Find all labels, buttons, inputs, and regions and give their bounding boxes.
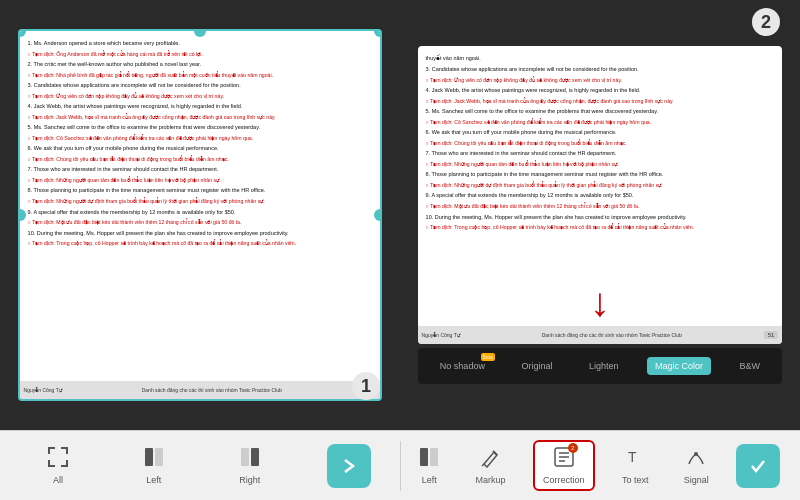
svg-text:T: T bbox=[628, 449, 637, 465]
doc-line-trans: ○ Tạm dịch: Ứng viên có đơn nộp không đầ… bbox=[426, 76, 775, 84]
svg-rect-4 bbox=[420, 448, 428, 466]
doc-line: 3. Candidates whose applications are inc… bbox=[28, 81, 373, 90]
svg-rect-5 bbox=[430, 448, 438, 466]
doc-line-trans: ○ Tạm dịch: Cô Sanchez sẽ đến văn phòng … bbox=[28, 134, 373, 142]
doc-line: 9. A special offer that extends the memb… bbox=[28, 208, 373, 217]
svg-line-6 bbox=[493, 451, 497, 455]
svg-line-7 bbox=[482, 464, 484, 466]
tool-left-right-label: Left bbox=[422, 475, 437, 485]
corner-handle-tr[interactable] bbox=[374, 29, 382, 37]
doc-line-trans: ○ Tạm dịch: Những người dự định tham gia… bbox=[28, 197, 373, 205]
doc-line-trans: ○ Tạm dịch: Một ưu đãi đặc biệt kéo dài … bbox=[28, 218, 373, 226]
doc-line: 10. During the meeting, Ms. Hopper will … bbox=[426, 213, 775, 222]
doc-line: 4. Jack Webb, the artist whose paintings… bbox=[28, 102, 373, 111]
tool-to-text[interactable]: T To text bbox=[614, 442, 657, 489]
filter-bw[interactable]: B&W bbox=[732, 357, 769, 375]
doc-line-trans: ○ Tạm dịch: Những người quan tâm đến buổ… bbox=[28, 176, 373, 184]
tool-left-label: Left bbox=[146, 475, 161, 485]
confirm-button[interactable] bbox=[736, 444, 780, 488]
tool-correction[interactable]: 2 Correction bbox=[533, 440, 595, 491]
next-arrow-button[interactable] bbox=[327, 444, 371, 488]
left-panel-number: 1 bbox=[352, 372, 380, 400]
filter-lighten[interactable]: Lighten bbox=[581, 357, 627, 375]
doc-line: 2. The critic met the well-known author … bbox=[28, 60, 373, 69]
left-doc-course: Danh sách đăng cho các thí sinh vào nhóm… bbox=[142, 387, 282, 393]
doc-line-trans: ○ Tạm dịch: Trong cuộc họp, cô Hopper sẽ… bbox=[28, 239, 373, 247]
doc-line-trans: ○ Tạm dịch: Ứng viên có đơn nộp không đầ… bbox=[28, 92, 373, 100]
corner-handle-mr[interactable] bbox=[374, 209, 382, 221]
left-icon bbox=[418, 446, 440, 473]
filter-original[interactable]: Original bbox=[513, 357, 560, 375]
doc-line: 7. Those who are interested in the semin… bbox=[426, 149, 775, 158]
right-doc-course: Danh sách đăng cho các thí sinh vào nhóm… bbox=[542, 332, 682, 338]
doc-line: 3. Candidates whose applications are inc… bbox=[426, 65, 775, 74]
doc-line-trans: ○ Tạm dịch: Những người dự định tham gia… bbox=[426, 181, 775, 189]
left-doc-text: 1. Ms. Anderson opened a store which bec… bbox=[20, 31, 381, 400]
left-layout-icon bbox=[143, 446, 165, 473]
left-panel: 1. Ms. Anderson opened a store which bec… bbox=[0, 0, 400, 430]
doc-line: 6. We ask that you turn off your mobile … bbox=[28, 144, 373, 153]
doc-line-trans: ○ Tạm dịch: Nhà phê bình đã gặp tác giả … bbox=[28, 71, 373, 79]
right-page-number: 51 bbox=[764, 331, 779, 339]
right-panel: 2 thuyết vào năm ngoái. 3. Candidates wh… bbox=[400, 0, 800, 430]
tool-all-label: All bbox=[53, 475, 63, 485]
doc-line: 6. We ask that you turn off your mobile … bbox=[426, 128, 775, 137]
doc-line: 1. Ms. Anderson opened a store which bec… bbox=[28, 39, 373, 48]
svg-rect-3 bbox=[251, 448, 259, 466]
left-doc-author: Nguyễn Công Tự bbox=[24, 387, 62, 393]
tool-to-text-label: To text bbox=[622, 475, 649, 485]
right-layout-icon bbox=[239, 446, 261, 473]
tool-right[interactable]: Right bbox=[231, 442, 269, 489]
doc-line: 9. A special offer that extends the memb… bbox=[426, 191, 775, 200]
doc-line-trans: ○ Tạm dịch: Một ưu đãi đặc biệt kéo dài … bbox=[426, 202, 775, 210]
svg-rect-2 bbox=[241, 448, 249, 466]
svg-point-13 bbox=[694, 452, 698, 456]
red-arrow-icon: ↓ bbox=[590, 280, 610, 325]
tool-left[interactable]: Left bbox=[135, 442, 173, 489]
svg-rect-0 bbox=[145, 448, 153, 466]
correction-badge: 2 bbox=[568, 443, 578, 453]
doc-line-trans: ○ Tạm dịch: Ông Anderson đã mở một cửa h… bbox=[28, 50, 373, 58]
tool-left-right[interactable]: Left bbox=[410, 442, 448, 489]
tool-correction-label: Correction bbox=[543, 475, 585, 485]
tool-markup-label: Markup bbox=[476, 475, 506, 485]
left-toolbar: All Left Right bbox=[10, 442, 400, 489]
doc-line: 8. Those planning to participate in the … bbox=[426, 170, 775, 179]
tool-signal[interactable]: Signal bbox=[676, 442, 717, 489]
doc-line: 5. Ms. Sanchez will come to the office t… bbox=[28, 123, 373, 132]
filter-strip: Beta No shadow Original Lighten Magic Co… bbox=[418, 348, 783, 384]
doc-line: 8. Those planning to participate in the … bbox=[28, 186, 373, 195]
doc-line-trans: ○ Tạm dịch: Jack Webb, họa sĩ mà tranh c… bbox=[28, 113, 373, 121]
doc-line-trans: ○ Tạm dịch: Những người quan tâm đến buổ… bbox=[426, 160, 775, 168]
left-document-preview: 1. Ms. Anderson opened a store which bec… bbox=[18, 29, 383, 402]
svg-rect-1 bbox=[155, 448, 163, 466]
all-icon bbox=[47, 446, 69, 473]
tool-right-label: Right bbox=[239, 475, 260, 485]
doc-line-trans: ○ Tạm dịch: Chúng tôi yêu cầu bạn tắt đi… bbox=[426, 139, 775, 147]
doc-line-trans: ○ Tạm dịch: Jack Webb, họa sĩ mà tranh c… bbox=[426, 97, 775, 105]
doc-line-trans: ○ Tạm dịch: Cô Sanchez sẽ đến văn phòng … bbox=[426, 118, 775, 126]
right-doc-author: Nguyễn Công Tự bbox=[422, 332, 460, 338]
doc-line: 7. Those who are interested in the semin… bbox=[28, 165, 373, 174]
right-panel-number: 2 bbox=[752, 8, 780, 36]
right-toolbar: Left Markup bbox=[401, 440, 791, 491]
beta-badge: Beta bbox=[481, 353, 495, 361]
to-text-icon: T bbox=[624, 446, 646, 473]
doc-line: thuyết vào năm ngoái. bbox=[426, 54, 775, 63]
doc-line: 5. Ms. Sanchez will come to the office t… bbox=[426, 107, 775, 116]
tool-signal-label: Signal bbox=[684, 475, 709, 485]
left-doc-bottom-bar: Nguyễn Công Tự Danh sách đăng cho các th… bbox=[20, 381, 381, 399]
tool-all[interactable]: All bbox=[39, 442, 77, 489]
doc-line-trans: ○ Tạm dịch: Chúng tôi yêu cầu bạn tắt đi… bbox=[28, 155, 373, 163]
markup-icon bbox=[480, 446, 502, 473]
tool-markup[interactable]: Markup bbox=[468, 442, 514, 489]
right-doc-bottom-bar: Nguyễn Công Tự Danh sách đăng cho các th… bbox=[418, 326, 783, 344]
bottom-toolbar: All Left Right bbox=[0, 430, 800, 500]
filter-magic-color[interactable]: Magic Color bbox=[647, 357, 711, 375]
correction-icon: 2 bbox=[553, 446, 575, 473]
main-content: 1. Ms. Anderson opened a store which bec… bbox=[0, 0, 800, 430]
filter-no-shadow[interactable]: Beta No shadow bbox=[432, 357, 493, 375]
doc-line-trans: ○ Tạm dịch: Trong cuộc họp, cô Hopper sẽ… bbox=[426, 223, 775, 231]
doc-line: 10. During the meeting, Ms. Hopper will … bbox=[28, 229, 373, 238]
signal-icon bbox=[685, 446, 707, 473]
